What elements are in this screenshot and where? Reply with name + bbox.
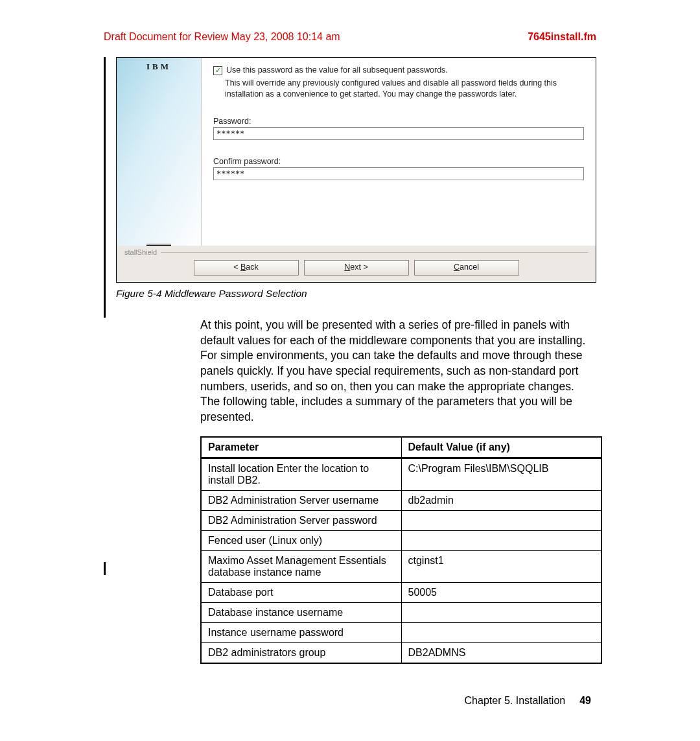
next-button[interactable]: Next >: [304, 260, 409, 276]
revision-bar: [104, 57, 106, 318]
default-value-cell: 50005: [401, 583, 601, 603]
parameters-table: Parameter Default Value (if any) Install…: [200, 436, 602, 664]
parameter-cell: DB2 administrators group: [201, 643, 401, 664]
back-button[interactable]: < Back: [194, 260, 299, 276]
installer-main-panel: ✓ Use this password as the value for all…: [202, 58, 596, 246]
confirm-password-input[interactable]: ******: [213, 167, 584, 180]
page-number: 49: [579, 695, 591, 707]
table-row: Instance username password: [201, 623, 601, 643]
cancel-button[interactable]: Cancel: [414, 260, 519, 276]
table-header-default: Default Value (if any): [401, 437, 601, 458]
table-row: Database instance username: [201, 603, 601, 623]
parameter-cell: Database port: [201, 583, 401, 603]
draft-notice: Draft Document for Review May 23, 2008 1…: [104, 31, 340, 43]
parameter-cell: Maximo Asset Management Essentials datab…: [201, 551, 401, 583]
document-page: Draft Document for Review May 23, 2008 1…: [0, 0, 700, 741]
installshield-label: stallShield: [117, 246, 596, 256]
default-value-cell: [401, 511, 601, 531]
table-row: Fenced user (Linux only): [201, 531, 601, 551]
installer-button-row: < Back Next > Cancel: [117, 256, 596, 282]
page-header: Draft Document for Review May 23, 2008 1…: [104, 31, 596, 43]
table-row: DB2 Administration Server usernamedb2adm…: [201, 491, 601, 511]
default-value-cell: [401, 531, 601, 551]
parameter-cell: Install location Enter the location to i…: [201, 458, 401, 491]
file-name: 7645install.fm: [528, 31, 596, 43]
default-value-cell: [401, 603, 601, 623]
table-row: Database port50005: [201, 583, 601, 603]
body-paragraph: At this point, you will be presented wit…: [200, 318, 596, 425]
table-row: Install location Enter the location to i…: [201, 458, 601, 491]
checkbox-label: Use this password as the value for all s…: [226, 65, 448, 75]
divider-line: [161, 252, 588, 253]
page-footer: Chapter 5. Installation 49: [104, 695, 596, 707]
figure-caption: Figure 5-4 Middleware Password Selection: [116, 288, 596, 300]
chapter-label: Chapter 5. Installation: [465, 695, 566, 707]
password-description: This will override any previously config…: [225, 78, 584, 100]
parameter-cell: Instance username password: [201, 623, 401, 643]
default-value-cell: ctginst1: [401, 551, 601, 583]
table-header-parameter: Parameter: [201, 437, 401, 458]
password-input[interactable]: ******: [213, 127, 584, 140]
installer-screenshot: IBM ✓ Use this password as the value for…: [116, 57, 596, 283]
installer-sidebar: IBM: [117, 58, 202, 246]
table-row: DB2 Administration Server password: [201, 511, 601, 531]
ibm-logo: IBM: [146, 62, 171, 246]
default-value-cell: [401, 623, 601, 643]
parameter-cell: DB2 Administration Server password: [201, 511, 401, 531]
table-row: DB2 administrators groupDB2ADMNS: [201, 643, 601, 664]
parameter-cell: Database instance username: [201, 603, 401, 623]
parameter-cell: Fenced user (Linux only): [201, 531, 401, 551]
default-value-cell: DB2ADMNS: [401, 643, 601, 664]
password-label: Password:: [213, 117, 584, 126]
default-value-cell: C:\Program Files\IBM\SQQLIB: [401, 458, 601, 491]
revision-bar-short: [104, 562, 106, 575]
default-value-cell: db2admin: [401, 491, 601, 511]
confirm-password-label: Confirm password:: [213, 157, 584, 166]
parameter-cell: DB2 Administration Server username: [201, 491, 401, 511]
table-row: Maximo Asset Management Essentials datab…: [201, 551, 601, 583]
use-password-checkbox[interactable]: ✓: [213, 66, 222, 75]
